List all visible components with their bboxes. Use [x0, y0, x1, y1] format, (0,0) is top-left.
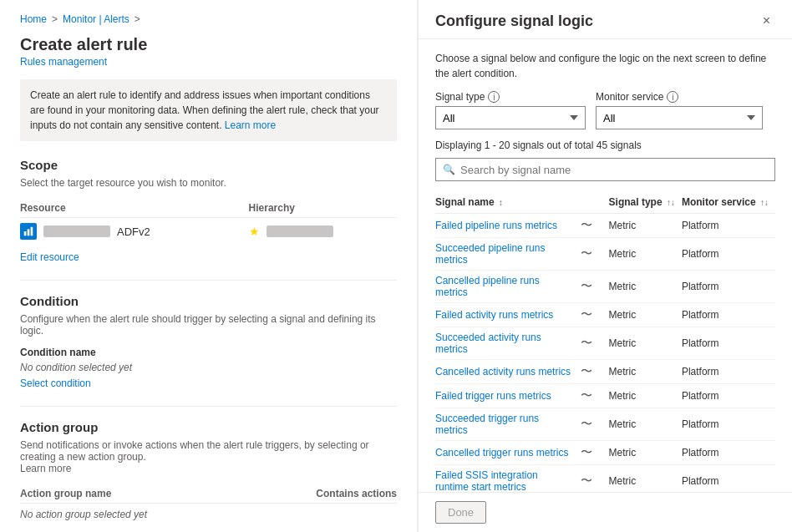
signal-link[interactable]: Succeeded trigger runs metrics	[435, 413, 539, 436]
resource-suffix: ADFv2	[117, 225, 150, 238]
info-bar-learn-more[interactable]: Learn more	[225, 119, 276, 131]
signal-service-cell: Platform	[682, 327, 775, 360]
signal-type-cell: Metric	[609, 441, 682, 465]
signal-type-cell: Metric	[609, 360, 682, 384]
search-box[interactable]: 🔍	[435, 158, 775, 181]
signal-name-cell: Failed activity runs metrics	[435, 303, 581, 327]
signal-service-cell: Platform	[682, 465, 775, 493]
metric-icon: 〜	[581, 307, 592, 321]
hierarchy-cell: ★	[249, 225, 397, 238]
table-row: Cancelled trigger runs metrics 〜 Metric …	[435, 441, 775, 465]
signal-link[interactable]: Failed pipeline runs metrics	[435, 220, 557, 231]
signal-type-cell: Metric	[609, 327, 682, 360]
scope-title: Scope	[20, 158, 397, 172]
table-row: Failed pipeline runs metrics 〜 Metric Pl…	[435, 214, 775, 238]
signal-type-select[interactable]: All Metric Log Activity Log	[435, 106, 586, 129]
signal-service-cell: Platform	[682, 408, 775, 441]
scope-col-resource: Resource	[20, 199, 249, 218]
signal-service-cell: Platform	[682, 384, 775, 408]
panel-intro-text: Choose a signal below and configure the …	[435, 51, 775, 81]
breadcrumb-sep1: >	[52, 13, 58, 25]
metric-icon: 〜	[581, 364, 592, 377]
filter-row: Signal type i All Metric Log Activity Lo…	[435, 91, 775, 129]
signal-name-cell: Failed SSIS integration runtime start me…	[435, 465, 581, 493]
signal-name-cell: Cancelled trigger runs metrics	[435, 441, 581, 465]
monitor-service-label: Monitor service i	[596, 91, 763, 103]
action-group-learn-more[interactable]: Learn more	[20, 463, 71, 474]
svg-rect-0	[24, 231, 27, 236]
signal-type-sort-icon[interactable]: ↑↓	[667, 198, 675, 207]
signal-metric-icon-cell: 〜	[581, 408, 609, 441]
signals-tbody: Failed pipeline runs metrics 〜 Metric Pl…	[435, 214, 775, 493]
scope-description: Select the target resource you wish to m…	[20, 177, 397, 189]
no-group-text: No action group selected yet	[20, 504, 251, 526]
close-button[interactable]: ×	[758, 12, 775, 30]
signal-name-cell: Failed pipeline runs metrics	[435, 214, 581, 238]
table-row: Succeeded activity runs metrics 〜 Metric…	[435, 327, 775, 360]
signal-link[interactable]: Failed activity runs metrics	[435, 309, 553, 321]
left-panel: Home > Monitor | Alerts > Create alert r…	[0, 0, 418, 532]
table-row: Cancelled activity runs metrics 〜 Metric…	[435, 360, 775, 384]
edit-resource-link[interactable]: Edit resource	[20, 251, 397, 263]
signal-link[interactable]: Succeeded activity runs metrics	[435, 332, 541, 355]
rules-management-link[interactable]: Rules management	[20, 56, 397, 68]
search-input[interactable]	[460, 164, 768, 176]
signal-name-cell: Succeeded pipeline runs metrics	[435, 238, 581, 271]
breadcrumb-monitor[interactable]: Monitor | Alerts	[63, 13, 129, 25]
metric-icon: 〜	[581, 445, 592, 459]
panel-body: Choose a signal below and configure the …	[419, 39, 792, 492]
metric-icon: 〜	[581, 417, 592, 430]
scope-table: Resource Hierarchy ADFv2	[20, 199, 397, 245]
signal-name-cell: Succeeded trigger runs metrics	[435, 408, 581, 441]
ag-col-contains: Contains actions	[251, 484, 397, 504]
signal-name-sort-icon[interactable]: ↕	[499, 198, 503, 207]
signal-link[interactable]: Failed SSIS integration runtime start me…	[435, 469, 538, 492]
search-icon: 🔍	[443, 164, 455, 175]
signal-service-cell: Platform	[682, 441, 775, 465]
col-signal-type[interactable]: Signal type ↑↓	[609, 191, 682, 214]
signal-metric-icon-cell: 〜	[581, 271, 609, 303]
star-icon: ★	[249, 225, 260, 238]
breadcrumb-home[interactable]: Home	[20, 13, 47, 25]
panel-footer: Done	[419, 492, 792, 532]
signal-link[interactable]: Cancelled activity runs metrics	[435, 366, 571, 377]
signal-metric-icon-cell: 〜	[581, 214, 609, 238]
signal-service-cell: Platform	[682, 303, 775, 327]
breadcrumb-sep2: >	[135, 13, 140, 25]
signal-service-cell: Platform	[682, 271, 775, 303]
signal-metric-icon-cell: 〜	[581, 360, 609, 384]
col-signal-name[interactable]: Signal name ↕	[435, 191, 581, 214]
signal-metric-icon-cell: 〜	[581, 303, 609, 327]
signal-link[interactable]: Cancelled trigger runs metrics	[435, 447, 568, 459]
done-button[interactable]: Done	[435, 501, 486, 524]
signals-table-header: Signal name ↕ Signal type ↑↓ Monitor ser…	[435, 191, 775, 214]
action-group-description: Send notifications or invoke actions whe…	[20, 439, 397, 474]
monitor-service-filter: Monitor service i All Platform Log Analy…	[596, 91, 763, 129]
svg-rect-1	[28, 229, 30, 236]
condition-description: Configure when the alert rule should tri…	[20, 313, 397, 337]
signal-link[interactable]: Cancelled pipeline runs metrics	[435, 275, 540, 298]
signal-type-info-icon: i	[488, 91, 500, 103]
signal-name-cell: Succeeded activity runs metrics	[435, 327, 581, 360]
signal-link[interactable]: Failed trigger runs metrics	[435, 390, 551, 402]
col-monitor-service[interactable]: Monitor service ↑↓	[682, 191, 775, 214]
action-group-desc-text: Send notifications or invoke actions whe…	[20, 439, 369, 463]
signal-metric-icon-cell: 〜	[581, 238, 609, 271]
action-group-section: Action group Send notifications or invok…	[20, 420, 397, 532]
monitor-service-sort-icon[interactable]: ↑↓	[760, 198, 769, 207]
select-condition-link[interactable]: Select condition	[20, 377, 91, 389]
monitor-service-select[interactable]: All Platform Log Analytics	[596, 106, 763, 129]
condition-name-label: Condition name	[20, 347, 397, 358]
col-signal-type-empty	[581, 191, 609, 214]
metric-icon: 〜	[581, 388, 592, 402]
scope-section: Scope Select the target resource you wis…	[20, 158, 397, 263]
signal-name-cell: Cancelled activity runs metrics	[435, 360, 581, 384]
table-row: Failed activity runs metrics 〜 Metric Pl…	[435, 303, 775, 327]
signal-type-cell: Metric	[609, 303, 682, 327]
chart-icon	[23, 225, 34, 237]
table-row: Succeeded trigger runs metrics 〜 Metric …	[435, 408, 775, 441]
metric-icon: 〜	[581, 279, 592, 292]
signal-link[interactable]: Succeeded pipeline runs metrics	[435, 242, 545, 266]
ag-col-name: Action group name	[20, 484, 251, 504]
signal-type-cell: Metric	[609, 384, 682, 408]
